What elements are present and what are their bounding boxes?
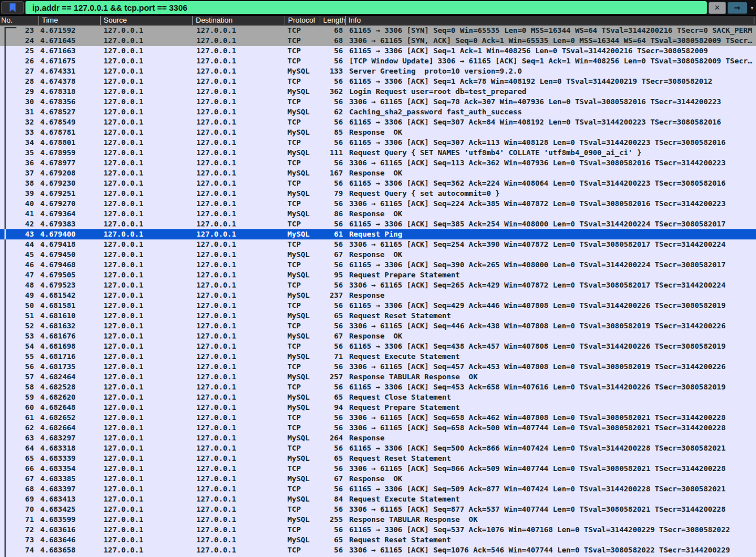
packet-info: Response OK <box>345 250 756 260</box>
packet-row[interactable]: 37 4.679208 127.0.0.1 127.0.0.1 MySQL 16… <box>0 168 756 178</box>
packet-length: 56 <box>320 138 345 148</box>
packet-row[interactable]: 23 4.671592 127.0.0.1 127.0.0.1 TCP 68 6… <box>0 25 756 36</box>
packet-source: 127.0.0.1 <box>100 464 192 474</box>
packet-info: 61165 → 3306 [ACK] Seq=385 Ack=254 Win=4… <box>345 219 756 229</box>
packet-row[interactable]: 27 4.674331 127.0.0.1 127.0.0.1 MySQL 13… <box>0 66 756 76</box>
packet-protocol: TCP <box>285 199 320 209</box>
packet-source: 127.0.0.1 <box>100 453 192 464</box>
column-header-destination[interactable]: Destination <box>192 16 285 25</box>
packet-length: 56 <box>320 178 345 188</box>
packet-number: 35 <box>0 148 38 158</box>
packet-length: 56 <box>320 341 345 352</box>
packet-row[interactable]: 61 4.682652 127.0.0.1 127.0.0.1 TCP 56 3… <box>0 413 756 423</box>
packet-row[interactable]: 63 4.683297 127.0.0.1 127.0.0.1 MySQL 26… <box>0 433 756 443</box>
packet-time: 4.681632 <box>38 321 100 331</box>
packet-row[interactable]: 67 4.683385 127.0.0.1 127.0.0.1 MySQL 67… <box>0 474 756 484</box>
packet-row[interactable]: 57 4.682464 127.0.0.1 127.0.0.1 MySQL 25… <box>0 372 756 382</box>
column-header-no[interactable]: No. <box>0 16 38 25</box>
packet-row[interactable]: 31 4.678527 127.0.0.1 127.0.0.1 MySQL 62… <box>0 107 756 117</box>
packet-length: 264 <box>320 433 345 443</box>
filter-bookmark-button[interactable] <box>1 1 24 14</box>
clear-filter-button[interactable]: ✕ <box>708 2 726 14</box>
column-resize-handle[interactable] <box>754 17 756 24</box>
filter-dropdown-button[interactable]: ▾ <box>748 1 756 14</box>
packet-number: 51 <box>0 311 38 321</box>
column-header-length[interactable]: Length <box>320 16 345 25</box>
packet-row[interactable]: 49 4.681542 127.0.0.1 127.0.0.1 MySQL 23… <box>0 290 756 301</box>
packet-row[interactable]: 48 4.679523 127.0.0.1 127.0.0.1 TCP 56 3… <box>0 280 756 290</box>
packet-row[interactable]: 41 4.679364 127.0.0.1 127.0.0.1 MySQL 86… <box>0 209 756 219</box>
packet-row[interactable]: 40 4.679270 127.0.0.1 127.0.0.1 TCP 56 3… <box>0 199 756 209</box>
packet-row[interactable]: 56 4.681735 127.0.0.1 127.0.0.1 TCP 56 3… <box>0 362 756 372</box>
packet-number: 56 <box>0 362 38 372</box>
packet-number: 31 <box>0 107 38 117</box>
packet-row[interactable]: 28 4.674378 127.0.0.1 127.0.0.1 TCP 56 6… <box>0 76 756 87</box>
packet-row[interactable]: 44 4.679418 127.0.0.1 127.0.0.1 TCP 56 3… <box>0 239 756 250</box>
packet-row[interactable]: 26 4.671675 127.0.0.1 127.0.0.1 TCP 56 [… <box>0 56 756 66</box>
packet-info: 61165 → 3306 [ACK] Seq=500 Ack=866 Win=4… <box>345 443 756 453</box>
packet-row[interactable]: 50 4.681581 127.0.0.1 127.0.0.1 TCP 56 6… <box>0 301 756 311</box>
packet-row[interactable]: 70 4.683425 127.0.0.1 127.0.0.1 TCP 56 3… <box>0 504 756 515</box>
packet-row[interactable]: 59 4.682620 127.0.0.1 127.0.0.1 MySQL 65… <box>0 392 756 402</box>
column-header-protocol[interactable]: Protocol <box>285 16 320 25</box>
packet-row[interactable]: 33 4.678781 127.0.0.1 127.0.0.1 MySQL 85… <box>0 127 756 138</box>
packet-row[interactable]: 46 4.679468 127.0.0.1 127.0.0.1 TCP 56 6… <box>0 260 756 270</box>
column-header-info[interactable]: Info <box>345 16 754 25</box>
packet-time: 4.671663 <box>38 46 100 56</box>
packet-row[interactable]: 60 4.682648 127.0.0.1 127.0.0.1 MySQL 94… <box>0 402 756 413</box>
packet-row[interactable]: 43 4.679400 127.0.0.1 127.0.0.1 MySQL 61… <box>0 229 756 239</box>
packet-time: 4.683658 <box>38 545 100 555</box>
packet-row[interactable]: 66 4.683354 127.0.0.1 127.0.0.1 TCP 56 3… <box>0 464 756 474</box>
packet-list: 23 4.671592 127.0.0.1 127.0.0.1 TCP 68 6… <box>0 25 756 557</box>
packet-destination: 127.0.0.1 <box>192 138 285 148</box>
packet-row[interactable]: 35 4.678959 127.0.0.1 127.0.0.1 MySQL 11… <box>0 148 756 158</box>
packet-row[interactable]: 36 4.678977 127.0.0.1 127.0.0.1 TCP 56 3… <box>0 158 756 168</box>
packet-row[interactable]: 29 4.678318 127.0.0.1 127.0.0.1 MySQL 36… <box>0 87 756 97</box>
packet-info: Request Reset Statement <box>345 453 756 464</box>
packet-protocol: TCP <box>285 443 320 453</box>
packet-info: Request Execute Statement <box>345 494 756 504</box>
packet-number: 33 <box>0 127 38 138</box>
packet-row[interactable]: 73 4.683646 127.0.0.1 127.0.0.1 MySQL 65… <box>0 535 756 545</box>
packet-row[interactable]: 30 4.678356 127.0.0.1 127.0.0.1 TCP 56 3… <box>0 97 756 107</box>
packet-row[interactable]: 53 4.681676 127.0.0.1 127.0.0.1 MySQL 67… <box>0 331 756 341</box>
packet-row[interactable]: 47 4.679505 127.0.0.1 127.0.0.1 MySQL 95… <box>0 270 756 280</box>
packet-row[interactable]: 64 4.683318 127.0.0.1 127.0.0.1 TCP 56 6… <box>0 443 756 453</box>
packet-row[interactable]: 25 4.671663 127.0.0.1 127.0.0.1 TCP 56 6… <box>0 46 756 56</box>
display-filter-input[interactable]: ip.addr == 127.0.0.1 && tcp.port == 3306 <box>25 1 707 14</box>
packet-row[interactable]: 32 4.678549 127.0.0.1 127.0.0.1 TCP 56 6… <box>0 117 756 127</box>
packet-info: Request Prepare Statement <box>345 402 756 413</box>
packet-source: 127.0.0.1 <box>100 331 192 341</box>
packet-source: 127.0.0.1 <box>100 423 192 433</box>
packet-destination: 127.0.0.1 <box>192 270 285 280</box>
packet-row[interactable]: 54 4.681698 127.0.0.1 127.0.0.1 TCP 56 6… <box>0 341 756 352</box>
packet-row[interactable]: 52 4.681632 127.0.0.1 127.0.0.1 TCP 56 3… <box>0 321 756 331</box>
packet-row[interactable]: 68 4.683397 127.0.0.1 127.0.0.1 TCP 56 6… <box>0 484 756 494</box>
packet-row[interactable]: 69 4.683413 127.0.0.1 127.0.0.1 MySQL 84… <box>0 494 756 504</box>
packet-length: 95 <box>320 270 345 280</box>
packet-row[interactable]: 65 4.683339 127.0.0.1 127.0.0.1 MySQL 65… <box>0 453 756 464</box>
packet-row[interactable]: 39 4.679251 127.0.0.1 127.0.0.1 MySQL 79… <box>0 188 756 199</box>
packet-row[interactable]: 74 4.683658 127.0.0.1 127.0.0.1 TCP 56 3… <box>0 545 756 555</box>
packet-row[interactable]: 71 4.683599 127.0.0.1 127.0.0.1 MySQL 25… <box>0 515 756 525</box>
packet-row[interactable]: 55 4.681716 127.0.0.1 127.0.0.1 MySQL 71… <box>0 352 756 362</box>
packet-row[interactable]: 58 4.682528 127.0.0.1 127.0.0.1 TCP 56 6… <box>0 382 756 392</box>
column-header-time[interactable]: Time <box>38 16 100 25</box>
packet-row[interactable]: 72 4.683616 127.0.0.1 127.0.0.1 TCP 56 6… <box>0 525 756 535</box>
apply-filter-button[interactable]: → <box>727 2 748 14</box>
packet-row[interactable]: 24 4.671645 127.0.0.1 127.0.0.1 TCP 68 3… <box>0 36 756 46</box>
packet-protocol: MySQL <box>285 229 320 239</box>
packet-row[interactable]: 38 4.679230 127.0.0.1 127.0.0.1 TCP 56 6… <box>0 178 756 188</box>
packet-row[interactable]: 45 4.679450 127.0.0.1 127.0.0.1 MySQL 67… <box>0 250 756 260</box>
packet-info: Response <box>345 433 756 443</box>
packet-row[interactable]: 62 4.682664 127.0.0.1 127.0.0.1 TCP 56 3… <box>0 423 756 433</box>
packet-length: 56 <box>320 545 345 555</box>
packet-row[interactable]: 34 4.678801 127.0.0.1 127.0.0.1 TCP 56 6… <box>0 138 756 148</box>
packet-row[interactable]: 42 4.679383 127.0.0.1 127.0.0.1 TCP 56 6… <box>0 219 756 229</box>
packet-number: 42 <box>0 219 38 229</box>
column-header-source[interactable]: Source <box>100 16 192 25</box>
packet-row[interactable]: 51 4.681610 127.0.0.1 127.0.0.1 MySQL 65… <box>0 311 756 321</box>
packet-protocol: TCP <box>285 382 320 392</box>
packet-length: 56 <box>320 46 345 56</box>
packet-destination: 127.0.0.1 <box>192 36 285 46</box>
